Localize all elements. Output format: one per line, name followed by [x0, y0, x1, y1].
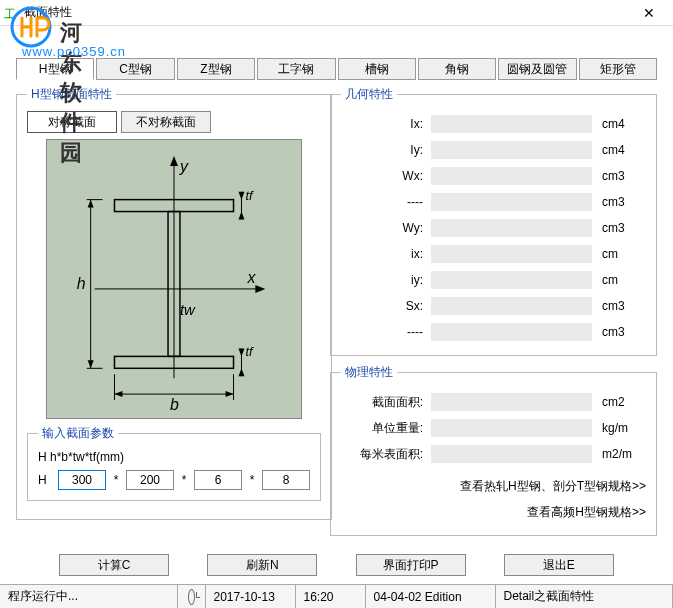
status-running: 程序运行中...: [0, 585, 178, 608]
svg-text:tw: tw: [180, 302, 196, 318]
phys-unit: kg/m: [602, 421, 646, 435]
section-tabs: H型钢 C型钢 Z型钢 工字钢 槽钢 角钢 圆钢及圆管 矩形管: [16, 58, 657, 80]
svg-text:b: b: [170, 396, 179, 413]
svg-text:y: y: [179, 158, 189, 175]
param-b-input[interactable]: [126, 470, 174, 490]
geom-key: Ix:: [341, 117, 431, 131]
phys-key: 单位重量:: [341, 420, 431, 437]
statusbar: 程序运行中... 2017-10-13 16:20 04-04-02 Editi…: [0, 584, 673, 608]
phys-key: 每米表面积:: [341, 446, 431, 463]
link-high-freq[interactable]: 查看高频H型钢规格>>: [341, 499, 646, 525]
geom-key: Sx:: [341, 299, 431, 313]
asymmetric-button[interactable]: 不对称截面: [121, 111, 211, 133]
geom-value: [431, 141, 592, 159]
phys-unit: cm2: [602, 395, 646, 409]
phys-value: [431, 419, 592, 437]
geom-key: ix:: [341, 247, 431, 261]
formula-label: H h*b*tw*tf(mm): [38, 450, 310, 464]
geom-value: [431, 193, 592, 211]
geom-key: Wy:: [341, 221, 431, 235]
geom-value: [431, 245, 592, 263]
geom-row: Wx:cm3: [341, 163, 646, 189]
clock-icon: [188, 589, 195, 605]
phys-row: 截面面积:cm2: [341, 389, 646, 415]
status-edition: 04-04-02 Edition: [366, 585, 496, 608]
geom-unit: cm3: [602, 325, 646, 339]
h-section-legend: H型钢截面特性: [27, 86, 116, 103]
h-section-fieldset: H型钢截面特性 对称截面 不对称截面 y x: [16, 86, 332, 520]
geom-unit: cm3: [602, 299, 646, 313]
tab-angle[interactable]: 角钢: [418, 58, 496, 80]
tab-h-steel[interactable]: H型钢: [16, 58, 94, 80]
geom-unit: cm3: [602, 195, 646, 209]
geom-row: Sx:cm3: [341, 293, 646, 319]
calc-button[interactable]: 计算C: [59, 554, 169, 576]
phys-legend: 物理特性: [341, 364, 397, 381]
phys-row: 每米表面积:m2/m: [341, 441, 646, 467]
section-diagram: y x h: [46, 139, 302, 419]
geom-unit: cm3: [602, 221, 646, 235]
phys-row: 单位重量:kg/m: [341, 415, 646, 441]
tab-i-steel[interactable]: 工字钢: [257, 58, 335, 80]
tab-z-steel[interactable]: Z型钢: [177, 58, 255, 80]
clock-icon-cell: [178, 585, 206, 608]
input-params-legend: 输入截面参数: [38, 425, 118, 442]
geom-key: ----: [341, 325, 431, 339]
geom-value: [431, 323, 592, 341]
print-button[interactable]: 界面打印P: [356, 554, 466, 576]
geom-row: ----cm3: [341, 189, 646, 215]
symmetric-button[interactable]: 对称截面: [27, 111, 117, 133]
close-button[interactable]: ✕: [629, 1, 669, 25]
geom-legend: 几何特性: [341, 86, 397, 103]
geom-value: [431, 271, 592, 289]
geom-fieldset: 几何特性 Ix:cm4Iy:cm4Wx:cm3----cm3Wy:cm3ix:c…: [330, 86, 657, 356]
tab-rect[interactable]: 矩形管: [579, 58, 657, 80]
exit-button[interactable]: 退出E: [504, 554, 614, 576]
phys-unit: m2/m: [602, 447, 646, 461]
geom-unit: cm4: [602, 143, 646, 157]
phys-key: 截面面积:: [341, 394, 431, 411]
app-icon: 工: [4, 6, 18, 20]
param-tw-input[interactable]: [194, 470, 242, 490]
window-title: 截面特性: [24, 4, 629, 21]
phys-value: [431, 393, 592, 411]
param-h-input[interactable]: [58, 470, 106, 490]
geom-value: [431, 219, 592, 237]
refresh-button[interactable]: 刷新N: [207, 554, 317, 576]
svg-text:h: h: [77, 275, 86, 292]
geom-row: Iy:cm4: [341, 137, 646, 163]
geom-unit: cm4: [602, 117, 646, 131]
geom-value: [431, 167, 592, 185]
geom-unit: cm3: [602, 169, 646, 183]
geom-row: Wy:cm3: [341, 215, 646, 241]
input-params-fieldset: 输入截面参数 H h*b*tw*tf(mm) H * * *: [27, 425, 321, 501]
geom-row: ix:cm: [341, 241, 646, 267]
status-time: 16:20: [296, 585, 366, 608]
phys-fieldset: 物理特性 截面面积:cm2单位重量:kg/m每米表面积:m2/m 查看热轧H型钢…: [330, 364, 657, 536]
geom-key: ----: [341, 195, 431, 209]
geom-row: Ix:cm4: [341, 111, 646, 137]
status-date: 2017-10-13: [206, 585, 296, 608]
tab-c-steel[interactable]: C型钢: [96, 58, 174, 80]
status-detail: Detail之截面特性: [496, 585, 674, 608]
link-hot-rolled[interactable]: 查看热轧H型钢、剖分T型钢规格>>: [341, 473, 646, 499]
param-tf-input[interactable]: [262, 470, 310, 490]
geom-value: [431, 115, 592, 133]
geom-row: iy:cm: [341, 267, 646, 293]
geom-unit: cm: [602, 273, 646, 287]
tab-channel[interactable]: 槽钢: [338, 58, 416, 80]
geom-key: Wx:: [341, 169, 431, 183]
geom-key: Iy:: [341, 143, 431, 157]
phys-value: [431, 445, 592, 463]
geom-key: iy:: [341, 273, 431, 287]
geom-unit: cm: [602, 247, 646, 261]
svg-text:x: x: [246, 269, 256, 286]
param-H-label: H: [38, 473, 52, 487]
tab-round[interactable]: 圆钢及圆管: [498, 58, 576, 80]
geom-row: ----cm3: [341, 319, 646, 345]
geom-value: [431, 297, 592, 315]
titlebar: 工 截面特性 ✕: [0, 0, 673, 26]
